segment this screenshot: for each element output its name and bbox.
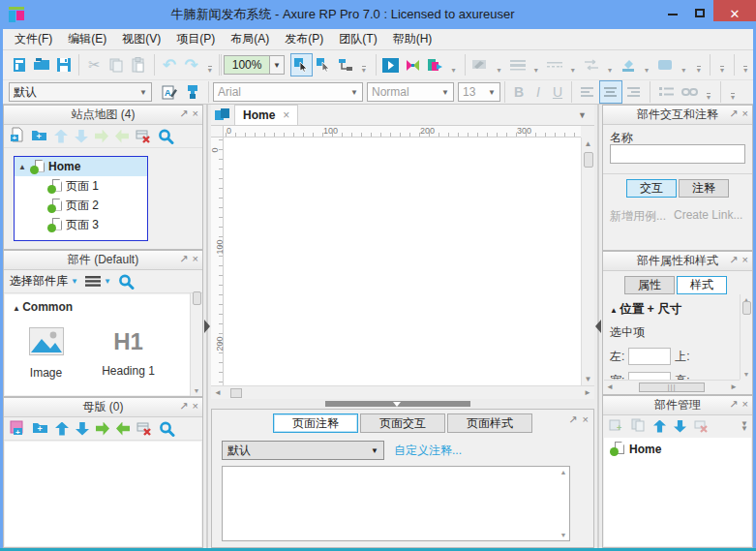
- format-painter-button[interactable]: [181, 80, 204, 104]
- select-intersect-tool[interactable]: [290, 53, 313, 77]
- add-folder-button[interactable]: +: [31, 128, 47, 144]
- fill-bucket-arrow[interactable]: ▾: [641, 56, 651, 74]
- toolbar-overflow-button[interactable]: ▾: [204, 56, 215, 74]
- indent-button[interactable]: [95, 130, 108, 143]
- add-master-button[interactable]: +: [10, 420, 25, 438]
- properties-horizontal-scrollbar[interactable]: ◄ ||| ►: [604, 380, 740, 393]
- add-folder-button[interactable]: +: [32, 420, 48, 437]
- canvas-horizontal-scrollbar[interactable]: ◄ ►: [211, 385, 594, 399]
- customize-notes-link[interactable]: 自定义注释...: [394, 443, 462, 459]
- toolbar-overflow-button[interactable]: ▾: [741, 56, 751, 74]
- tab-interactions[interactable]: 交互: [626, 179, 677, 198]
- close-panel-icon[interactable]: ×: [583, 413, 589, 426]
- scrollbar-thumb[interactable]: [230, 388, 242, 398]
- arrow-style-button[interactable]: [581, 53, 603, 77]
- share-dropdown-arrow[interactable]: ▾: [448, 56, 459, 74]
- library-select[interactable]: 选择部件库 ▼: [10, 273, 78, 290]
- italic-button[interactable]: I: [529, 80, 548, 104]
- search-pages-button[interactable]: [158, 129, 174, 144]
- tab-page-interactions[interactable]: 页面交互: [360, 413, 445, 433]
- right-splitter[interactable]: [594, 105, 602, 548]
- move-down-button[interactable]: [674, 420, 686, 433]
- notes-scrollbar[interactable]: ▲▼: [558, 467, 569, 540]
- font-size-select[interactable]: 13▼: [458, 82, 500, 102]
- menu-file[interactable]: 文件(F): [7, 29, 60, 49]
- move-down-button[interactable]: [76, 422, 89, 436]
- move-up-button[interactable]: [54, 130, 68, 143]
- menu-view[interactable]: 视图(V): [114, 29, 168, 49]
- note-style-select[interactable]: 默认 ▼: [222, 441, 384, 460]
- close-button[interactable]: ✕: [713, 0, 756, 21]
- tab-properties[interactable]: 属性: [624, 276, 675, 294]
- popout-icon[interactable]: ↗: [729, 107, 738, 120]
- fill-color-button[interactable]: [654, 53, 677, 77]
- library-menu-button[interactable]: ▼: [85, 276, 111, 287]
- close-panel-icon[interactable]: ×: [193, 253, 198, 265]
- widgets-scrollbar[interactable]: ▲ ▼: [190, 293, 202, 396]
- edit-styles-button[interactable]: A: [158, 80, 181, 104]
- delete-widget-button[interactable]: [694, 419, 709, 433]
- paste-button[interactable]: [128, 53, 150, 77]
- menu-project[interactable]: 项目(P): [168, 29, 223, 49]
- connector-tool[interactable]: [334, 53, 356, 77]
- add-note-button[interactable]: +: [609, 418, 623, 435]
- menu-edit[interactable]: 编辑(E): [60, 29, 114, 49]
- scrollbar-thumb[interactable]: |||: [639, 383, 705, 392]
- delete-master-button[interactable]: [136, 421, 152, 436]
- copy-button[interactable]: [106, 53, 128, 77]
- popout-icon[interactable]: ↗: [568, 413, 577, 426]
- insert-link-button[interactable]: [678, 80, 701, 104]
- new-file-button[interactable]: [9, 53, 31, 77]
- close-panel-icon[interactable]: ×: [742, 398, 748, 411]
- close-panel-icon[interactable]: ×: [742, 254, 748, 266]
- widget-image[interactable]: Image: [5, 327, 87, 380]
- collapse-icon[interactable]: ▲: [18, 163, 26, 171]
- manager-item-home[interactable]: Home: [604, 438, 751, 456]
- scrollbar-thumb[interactable]: [584, 152, 593, 168]
- bold-button[interactable]: B: [509, 80, 529, 104]
- line-width-button[interactable]: [506, 53, 529, 77]
- widget-name-input[interactable]: [610, 144, 745, 164]
- toolbar-overflow-button[interactable]: ▾: [693, 56, 704, 74]
- left-input[interactable]: [628, 348, 671, 365]
- search-widgets-button[interactable]: [118, 274, 135, 290]
- menu-team[interactable]: 团队(T): [331, 29, 384, 49]
- minimize-button[interactable]: [659, 0, 686, 21]
- font-style-select[interactable]: Normal▼: [367, 82, 454, 102]
- canvas-vertical-scrollbar[interactable]: ▲ ▼: [581, 138, 594, 385]
- tab-list-dropdown-icon[interactable]: ▼: [578, 110, 587, 120]
- line-width-arrow[interactable]: ▾: [530, 56, 541, 74]
- scrollbar-thumb[interactable]: [742, 301, 751, 315]
- arrow-style-arrow[interactable]: ▾: [604, 56, 615, 74]
- properties-scrollbar[interactable]: ▲ ▼: [740, 294, 752, 380]
- popout-icon[interactable]: ↗: [179, 253, 188, 265]
- open-file-button[interactable]: [31, 53, 53, 77]
- scrollbar-thumb[interactable]: [193, 291, 201, 305]
- position-size-section[interactable]: ▲ 位置 + 尺寸: [604, 297, 740, 318]
- widgets-section-common[interactable]: ▲ Common: [5, 294, 190, 314]
- underline-button[interactable]: U: [548, 80, 567, 104]
- toolbar-overflow-button[interactable]: ▾: [358, 56, 369, 74]
- preview-button[interactable]: [379, 53, 402, 77]
- tab-page-styles[interactable]: 页面样式: [447, 413, 532, 433]
- page-tab-home[interactable]: Home ×: [234, 105, 298, 125]
- search-masters-button[interactable]: [159, 421, 175, 437]
- toolbar-overflow-button[interactable]: ▾: [727, 83, 739, 101]
- left-splitter[interactable]: [203, 105, 211, 548]
- tab-page-notes[interactable]: 页面注释: [273, 413, 358, 433]
- outdent-button[interactable]: [115, 130, 129, 143]
- maximize-button[interactable]: [686, 0, 713, 21]
- fill-color-arrow[interactable]: ▾: [679, 56, 689, 74]
- tab-style[interactable]: 样式: [677, 276, 727, 294]
- redo-button[interactable]: ↷: [180, 53, 202, 77]
- popout-icon[interactable]: ↗: [729, 398, 738, 411]
- tree-item-home[interactable]: ▲ Home: [15, 157, 147, 176]
- toolbar-overflow-button[interactable]: ▾: [703, 83, 714, 101]
- save-button[interactable]: [53, 53, 76, 77]
- tree-item-page1[interactable]: 页面 1: [15, 176, 147, 196]
- widget-style-select[interactable]: 默认▼: [9, 82, 152, 102]
- zoom-select[interactable]: 100%: [224, 55, 270, 75]
- widget-heading1[interactable]: H1 Heading 1: [87, 327, 169, 380]
- create-link-link[interactable]: Create Link...: [674, 208, 742, 225]
- move-up-button[interactable]: [653, 420, 666, 433]
